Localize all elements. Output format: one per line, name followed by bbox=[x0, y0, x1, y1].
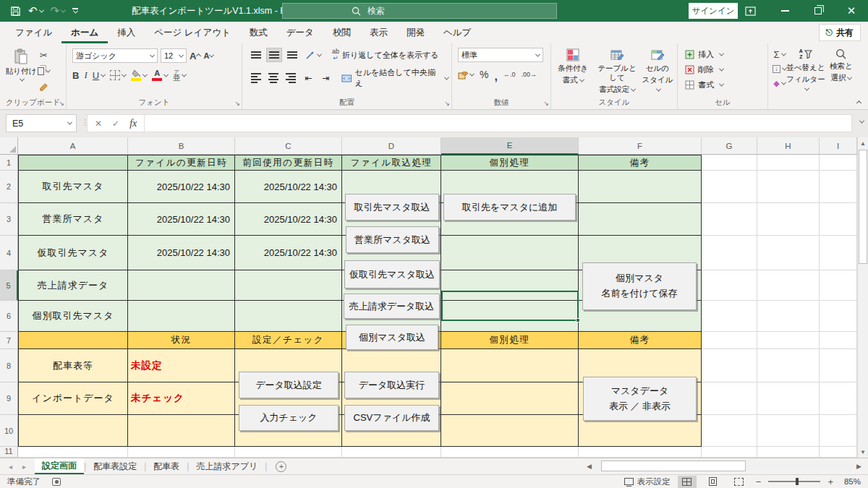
cell[interactable] bbox=[128, 447, 235, 458]
col-header-h[interactable]: H bbox=[757, 137, 820, 155]
bold-button[interactable]: B bbox=[72, 67, 79, 83]
font-name-select[interactable]: 游ゴシック bbox=[72, 48, 158, 63]
cell[interactable]: 仮取引先マスタ bbox=[18, 236, 128, 270]
button-save-individual-master-as[interactable]: 個別マスタ 名前を付けて保存 bbox=[582, 262, 697, 310]
cell[interactable] bbox=[757, 382, 820, 415]
row-header[interactable]: 6 bbox=[0, 301, 18, 332]
tab-help[interactable]: ヘルプ bbox=[434, 22, 480, 43]
alignment-dialog-launcher[interactable]: ↘ bbox=[444, 100, 450, 107]
cell[interactable]: ファイル取込処理 bbox=[342, 155, 441, 171]
cell[interactable] bbox=[820, 349, 857, 382]
tab-home[interactable]: ホーム bbox=[61, 22, 108, 43]
sheet-tab-sales-billing[interactable]: 売上請求アプリ bbox=[189, 458, 265, 474]
close-button[interactable]: ✕ bbox=[835, 0, 868, 22]
sheet-tab-dispatch[interactable]: 配車表 bbox=[146, 458, 187, 474]
sign-in-button[interactable]: サインイン bbox=[689, 3, 738, 19]
row-header[interactable]: 1 bbox=[0, 155, 18, 171]
cell[interactable] bbox=[579, 447, 702, 458]
col-header-c[interactable]: C bbox=[235, 137, 342, 155]
share-button[interactable]: ⎋ 共有 bbox=[819, 24, 861, 41]
cell[interactable] bbox=[820, 270, 857, 301]
button-input-check[interactable]: 入力チェック bbox=[239, 405, 339, 431]
minimize-button[interactable] bbox=[768, 0, 801, 22]
horizontal-scrollbar[interactable]: ◀ ▶ bbox=[583, 460, 865, 472]
cell[interactable]: 2025/10/22 14:30 bbox=[128, 171, 235, 203]
undo-button[interactable]: ↶ bbox=[28, 4, 43, 17]
view-settings-button[interactable]: 表示設定 bbox=[624, 476, 671, 487]
cell[interactable] bbox=[702, 332, 757, 349]
format-painter-icon[interactable] bbox=[38, 79, 50, 95]
cell[interactable]: 前回使用の更新日時 bbox=[235, 155, 342, 171]
button-data-import-execute[interactable]: データ取込実行 bbox=[344, 372, 439, 398]
col-header-d[interactable]: D bbox=[342, 137, 441, 155]
cell[interactable]: 個別処理 bbox=[441, 332, 579, 349]
fill-color-icon[interactable] bbox=[131, 67, 147, 83]
name-box[interactable]: E5 bbox=[6, 114, 77, 132]
sheet-tab-dispatch-settings[interactable]: 配車表設定 bbox=[86, 458, 144, 474]
cell[interactable] bbox=[702, 382, 757, 415]
select-all-corner[interactable] bbox=[0, 137, 18, 155]
button-import-client-master[interactable]: 取引先マスタ取込 bbox=[345, 194, 439, 221]
row-header[interactable]: 4 bbox=[0, 236, 18, 270]
button-data-import-settings[interactable]: データ取込設定 bbox=[239, 372, 339, 398]
cell[interactable] bbox=[820, 332, 857, 349]
row-header[interactable]: 10 bbox=[0, 415, 18, 447]
vertical-scroll-thumb[interactable] bbox=[859, 150, 867, 264]
cell[interactable] bbox=[441, 349, 579, 382]
cell[interactable]: 備考 bbox=[579, 155, 702, 171]
tab-formulas[interactable]: 数式 bbox=[240, 22, 277, 43]
cell[interactable] bbox=[579, 171, 702, 203]
cell[interactable]: 売上請求データ bbox=[18, 270, 128, 301]
tab-review[interactable]: 校閲 bbox=[323, 22, 360, 43]
cell[interactable] bbox=[820, 155, 857, 171]
align-middle-icon[interactable] bbox=[266, 48, 282, 62]
cell[interactable] bbox=[820, 171, 857, 203]
cell[interactable]: 個別取引先マスタ bbox=[18, 301, 128, 332]
sort-filter-button[interactable]: AZ 並べ替えと フィルター bbox=[786, 43, 825, 109]
normal-view-icon[interactable] bbox=[678, 476, 697, 488]
zoom-slider-thumb[interactable] bbox=[796, 478, 799, 485]
cell[interactable]: 備考 bbox=[579, 332, 702, 349]
wrap-text-button[interactable]: ab↵ 折り返して全体を表示する bbox=[332, 48, 439, 61]
align-center-icon[interactable] bbox=[265, 71, 281, 85]
clear-icon[interactable]: ◆ bbox=[773, 77, 786, 90]
save-icon[interactable] bbox=[10, 6, 21, 17]
cell[interactable] bbox=[702, 415, 757, 447]
search-input[interactable]: 検索 bbox=[282, 3, 557, 19]
cell[interactable] bbox=[757, 155, 820, 171]
tab-developer[interactable]: 開発 bbox=[397, 22, 434, 43]
button-create-csv-file[interactable]: CSVファイル作成 bbox=[344, 405, 439, 431]
cell[interactable] bbox=[235, 270, 342, 301]
cell[interactable] bbox=[757, 447, 820, 458]
percent-style-icon[interactable]: % bbox=[480, 67, 488, 82]
cell[interactable] bbox=[441, 382, 579, 415]
insert-function-icon[interactable]: fx bbox=[129, 118, 137, 129]
col-header-e[interactable]: E bbox=[441, 137, 579, 155]
cell[interactable] bbox=[441, 447, 579, 458]
cell-status[interactable]: 未設定 bbox=[128, 349, 235, 382]
cell[interactable] bbox=[757, 415, 820, 447]
underline-button[interactable]: U bbox=[93, 67, 105, 83]
currency-format-icon[interactable] bbox=[458, 67, 474, 82]
cell[interactable] bbox=[702, 447, 757, 458]
button-add-client-to-master[interactable]: 取引先をマスタに追加 bbox=[443, 194, 576, 221]
col-header-a[interactable]: A bbox=[18, 137, 128, 155]
row-header[interactable]: 9 bbox=[0, 382, 18, 415]
row-header[interactable]: 11 bbox=[0, 447, 18, 458]
format-cells-button[interactable]: 書式 bbox=[698, 80, 714, 90]
copy-icon[interactable] bbox=[38, 63, 50, 79]
page-break-view-icon[interactable] bbox=[730, 476, 749, 488]
cell[interactable] bbox=[820, 382, 857, 415]
button-import-office-master[interactable]: 営業所マスタ取込 bbox=[346, 226, 439, 253]
cell[interactable] bbox=[18, 447, 128, 458]
scroll-right-icon[interactable]: ▶ bbox=[853, 463, 865, 470]
zoom-level[interactable]: 85% bbox=[841, 477, 861, 486]
increase-decimal-icon[interactable]: ←.0 bbox=[503, 67, 516, 82]
cell[interactable]: 2025/10/22 14:30 bbox=[128, 203, 235, 236]
cell[interactable] bbox=[702, 301, 757, 332]
cell[interactable]: 取引先マスタ bbox=[18, 171, 128, 203]
cell[interactable] bbox=[757, 332, 820, 349]
row-header[interactable]: 3 bbox=[0, 203, 18, 236]
fill-icon[interactable]: ↓ bbox=[773, 62, 786, 75]
cell[interactable] bbox=[342, 447, 441, 458]
